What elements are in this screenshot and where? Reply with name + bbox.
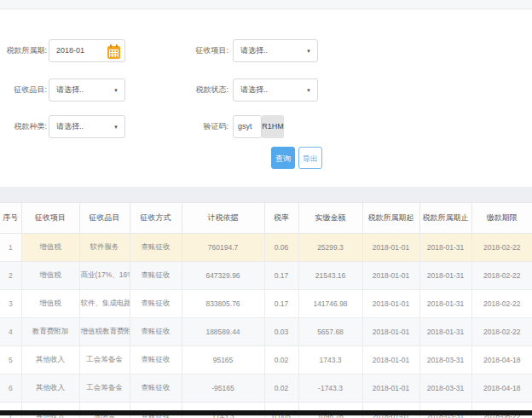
captcha-code[interactable]: R1HM	[262, 115, 284, 138]
table-cell: 2018-01-31	[419, 290, 471, 318]
chevron-down-icon: ▼	[113, 79, 119, 102]
table-row[interactable]: 5其他收入工会筹备金查账征收951650.021743.32018-01-012…	[0, 346, 532, 374]
column-header: 征收品目	[79, 203, 130, 234]
table-cell: 2018-04-18	[471, 374, 532, 403]
captcha-input-value: gsyt	[238, 122, 252, 131]
table-cell: 0.17	[264, 290, 298, 318]
table-cell: 2018-02-22	[471, 318, 532, 346]
chevron-down-icon: ▼	[306, 79, 311, 102]
table-cell: 查账征收	[130, 374, 182, 403]
table-cell: 软件、集成电路	[79, 290, 130, 318]
table-cell: 增值税	[21, 262, 79, 290]
table-cell: 商业(17%、16%)	[79, 262, 130, 290]
column-header: 缴款期限	[471, 203, 532, 234]
tax-period-label: 税款所属期:	[0, 39, 47, 62]
table-cell: 教育费附加	[21, 318, 79, 346]
table-cell: 2	[0, 262, 21, 290]
column-header: 实缴金额	[298, 203, 362, 234]
table-cell: 3	[0, 290, 21, 318]
table-cell: 95165	[182, 346, 264, 374]
table-row[interactable]: 6其他收入工会筹备金查账征收-951650.02-1743.32018-01-0…	[0, 374, 532, 403]
captcha-label: 验证码:	[169, 115, 228, 138]
table-cell: 2018-01-01	[362, 290, 419, 318]
table-cell: 2018-01-31	[419, 262, 471, 290]
table-cell: 查账征收	[130, 262, 182, 290]
levy-item-select[interactable]: 请选择.. ▼	[233, 39, 318, 62]
table-row[interactable]: 2增值税商业(17%、16%)查账征收647329.960.1721543.16…	[0, 262, 532, 290]
table-cell: 0.17	[264, 262, 298, 290]
table-cell: 2018-01-31	[419, 318, 471, 346]
table-row[interactable]: 3增值税软件、集成电路查账征收833805.760.17141746.98201…	[0, 290, 532, 318]
table-cell: 工会筹备金	[79, 346, 130, 374]
table-cell: 2018-02-22	[471, 234, 532, 262]
table-cell: 增值税教育费附加	[79, 318, 130, 346]
export-button[interactable]: 导出	[298, 147, 322, 169]
chevron-down-icon: ▼	[113, 116, 119, 139]
results-table: 序号征收项目征收品目征收方式计税依据税率实缴金额税款所属期起税款所属期止缴款期限…	[0, 202, 532, 418]
table-cell: 5	[0, 346, 21, 374]
table-header-row: 序号征收项目征收品目征收方式计税依据税率实缴金额税款所属期起税款所属期止缴款期限	[0, 203, 532, 234]
table-cell: 833805.76	[182, 290, 264, 318]
table-cell: 0.03	[264, 318, 298, 346]
window-bottom-edge	[0, 410, 532, 415]
table-cell: 21543.16	[298, 262, 362, 290]
tax-type-select[interactable]: 请选择.. ▼	[49, 115, 125, 138]
table-cell: 2018-01-01	[362, 374, 419, 403]
table-cell: 2018-02-22	[471, 290, 532, 318]
table-cell: 0.02	[264, 374, 298, 403]
tax-period-value: 2018-01	[56, 46, 84, 55]
table-cell: 查账征收	[130, 318, 182, 346]
table-cell: 2018-01-31	[419, 234, 471, 262]
column-header: 征收项目	[21, 203, 79, 234]
column-header: 税率	[264, 203, 298, 234]
table-cell: 2018-01-01	[362, 318, 419, 346]
section-divider	[0, 187, 532, 202]
tax-status-label: 税款状态:	[169, 78, 228, 102]
table-cell: 2018-01-01	[362, 234, 419, 262]
table-cell: 1	[0, 234, 21, 262]
table-cell: 6	[0, 374, 21, 403]
table-cell: 2018-01-01	[362, 262, 419, 290]
filter-panel: 税款所属期: 2018-01 征收品目: 请选择..	[0, 9, 532, 187]
table-cell: 2018-03-31	[419, 346, 471, 374]
table-row[interactable]: 4教育费附加增值税教育费附加查账征收188589.440.035657.6820…	[0, 318, 532, 346]
table-cell: 查账征收	[130, 290, 182, 318]
column-header: 税款所属期止	[419, 203, 471, 234]
tax-period-input[interactable]: 2018-01	[49, 39, 125, 62]
levy-subitem-value: 请选择..	[56, 85, 84, 94]
tax-type-value: 请选择..	[56, 122, 84, 131]
column-header: 序号	[0, 203, 21, 234]
table-cell: 25299.3	[298, 234, 362, 262]
table-cell: 141746.98	[298, 290, 362, 318]
table-cell: 2018-04-18	[471, 346, 532, 374]
levy-subitem-select[interactable]: 请选择.. ▼	[49, 78, 125, 102]
table-cell: 2018-01-01	[362, 346, 419, 374]
query-button[interactable]: 查询	[271, 147, 295, 169]
calendar-icon[interactable]	[107, 44, 120, 59]
table-cell: 2018-03-31	[419, 374, 471, 403]
table-cell: 5657.68	[298, 318, 362, 346]
top-divider	[0, 0, 532, 9]
captcha-input[interactable]: gsyt	[233, 115, 262, 138]
table-cell: 760194.7	[182, 234, 264, 262]
tax-type-label: 税款种类:	[0, 115, 47, 138]
table-cell: 0.06	[264, 234, 298, 262]
table-cell: -1743.3	[298, 374, 362, 403]
table-cell: 其他收入	[21, 374, 79, 403]
tax-status-select[interactable]: 请选择.. ▼	[233, 78, 318, 102]
chevron-down-icon: ▼	[306, 40, 311, 63]
table-cell: 软件服务	[79, 234, 130, 262]
table-cell: 查账征收	[130, 234, 182, 262]
column-header: 计税依据	[182, 203, 264, 234]
levy-item-value: 请选择..	[240, 46, 268, 55]
table-cell: 增值税	[21, 234, 79, 262]
table-body: 1增值税软件服务查账征收760194.70.0625299.32018-01-0…	[0, 234, 532, 418]
table-cell: 647329.96	[182, 262, 264, 290]
table-cell: 0.02	[264, 346, 298, 374]
tax-query-screen: 税款所属期: 2018-01 征收品目: 请选择..	[0, 0, 532, 418]
table-cell: 188589.44	[182, 318, 264, 346]
table-cell: 4	[0, 318, 21, 346]
column-header: 税款所属期起	[362, 203, 419, 234]
levy-item-label: 征收项目:	[169, 39, 228, 62]
table-row[interactable]: 1增值税软件服务查账征收760194.70.0625299.32018-01-0…	[0, 234, 532, 262]
